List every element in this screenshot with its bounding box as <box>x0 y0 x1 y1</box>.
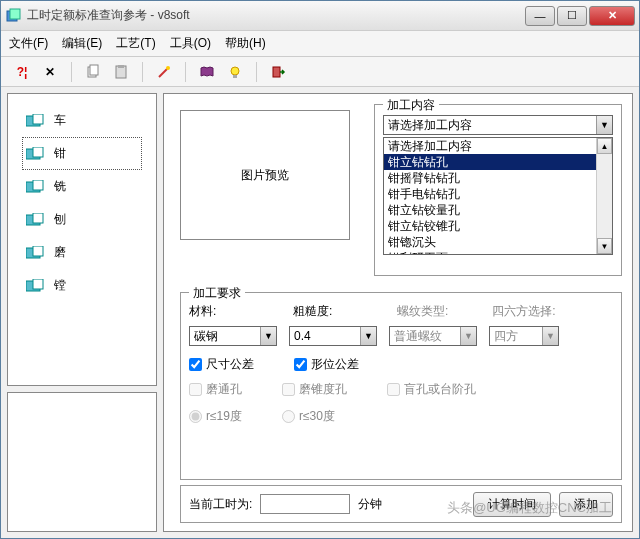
material-select[interactable]: 碳钢▼ <box>189 326 277 346</box>
menu-edit[interactable]: 编辑(E) <box>62 35 102 52</box>
process-content-select[interactable]: 请选择加工内容 ▼ <box>383 115 613 135</box>
svg-rect-14 <box>33 147 43 157</box>
scroll-down-icon[interactable]: ▼ <box>597 238 612 254</box>
unit-label: 分钟 <box>358 496 382 513</box>
svg-rect-12 <box>33 114 43 124</box>
svg-rect-22 <box>33 279 43 289</box>
menu-help[interactable]: 帮助(H) <box>225 35 266 52</box>
nav-pane: 车 钳 铣 刨 磨 镗 <box>7 93 157 386</box>
list-item[interactable]: 钳手电钻钻孔 <box>384 186 596 202</box>
svg-rect-5 <box>118 65 124 68</box>
group-process-content: 加工内容 请选择加工内容 ▼ 请选择加工内容 钳立钻钻孔 钳摇臂钻钻孔 钳手电钻… <box>374 104 622 276</box>
square-select: 四方▼ <box>489 326 559 346</box>
current-time-label: 当前工时为: <box>189 496 252 513</box>
r30-radio: r≤30度 <box>282 408 335 425</box>
menu-craft[interactable]: 工艺(T) <box>116 35 155 52</box>
group-process-req: 加工要求 材料: 粗糙度: 螺纹类型: 四六方选择: 碳钢▼ 0.4▼ 普通螺纹… <box>180 292 622 480</box>
shape-tolerance-checkbox[interactable]: 形位公差 <box>294 356 359 373</box>
paste-icon[interactable] <box>110 61 132 83</box>
svg-rect-3 <box>90 65 98 75</box>
nav-item-plane[interactable]: 刨 <box>8 203 156 236</box>
svg-rect-20 <box>33 246 43 256</box>
grind-through-checkbox: 磨通孔 <box>189 381 242 398</box>
list-item[interactable]: 钳立钻铰量孔 <box>384 202 596 218</box>
scrollbar[interactable]: ▲ ▼ <box>596 138 612 254</box>
window-title: 工时定额标准查询参考 - v8soft <box>27 7 525 24</box>
main-pane: 图片预览 加工内容 请选择加工内容 ▼ 请选择加工内容 钳立钻钻孔 钳摇臂钻钻孔… <box>163 93 633 532</box>
thread-select: 普通螺纹▼ <box>389 326 477 346</box>
nav-item-mill[interactable]: 铣 <box>8 170 156 203</box>
delete-icon[interactable]: ✕ <box>39 61 61 83</box>
bulb-icon[interactable] <box>224 61 246 83</box>
exit-icon[interactable] <box>267 61 289 83</box>
svg-line-6 <box>159 69 167 77</box>
copy-icon[interactable] <box>82 61 104 83</box>
svg-rect-18 <box>33 213 43 223</box>
list-item[interactable]: 钳刮研平面 <box>384 250 596 254</box>
list-item[interactable]: 钳摇臂钻钻孔 <box>384 170 596 186</box>
menubar: 文件(F) 编辑(E) 工艺(T) 工具(O) 帮助(H) <box>1 31 639 57</box>
material-label: 材料: <box>189 303 229 320</box>
app-icon <box>5 8 21 24</box>
rough-select[interactable]: 0.4▼ <box>289 326 377 346</box>
svg-point-7 <box>166 66 170 70</box>
blind-hole-checkbox: 盲孔或台阶孔 <box>387 381 476 398</box>
book-icon[interactable] <box>196 61 218 83</box>
menu-tools[interactable]: 工具(O) <box>170 35 211 52</box>
nav-item-grind[interactable]: 磨 <box>8 236 156 269</box>
list-item[interactable]: 请选择加工内容 <box>384 138 596 154</box>
toolbar: ?¦ ✕ <box>1 57 639 87</box>
current-time-input[interactable] <box>260 494 350 514</box>
process-content-list[interactable]: 请选择加工内容 钳立钻钻孔 钳摇臂钻钻孔 钳手电钻钻孔 钳立钻铰量孔 钳立钻铰锥… <box>383 137 613 255</box>
close-button[interactable]: ✕ <box>589 6 635 26</box>
grind-cone-checkbox: 磨锥度孔 <box>282 381 347 398</box>
nav-item-bench[interactable]: 钳 <box>22 137 142 170</box>
scroll-up-icon[interactable]: ▲ <box>597 138 612 154</box>
calc-button[interactable]: 计算时间 <box>473 492 551 517</box>
svg-point-8 <box>231 67 239 75</box>
chevron-down-icon[interactable]: ▼ <box>596 116 612 134</box>
nav-item-bore[interactable]: 镗 <box>8 269 156 302</box>
minimize-button[interactable]: — <box>525 6 555 26</box>
menu-file[interactable]: 文件(F) <box>9 35 48 52</box>
nav-item-lathe[interactable]: 车 <box>8 104 156 137</box>
svg-rect-1 <box>10 9 20 19</box>
thread-label: 螺纹类型: <box>397 303 448 320</box>
square-label: 四六方选择: <box>492 303 555 320</box>
maximize-button[interactable]: ☐ <box>557 6 587 26</box>
image-preview: 图片预览 <box>180 110 350 240</box>
detail-pane <box>7 392 157 532</box>
list-item[interactable]: 钳锪沉头 <box>384 234 596 250</box>
wand-icon[interactable] <box>153 61 175 83</box>
svg-rect-10 <box>273 67 280 77</box>
svg-rect-9 <box>233 75 237 78</box>
r19-radio: r≤19度 <box>189 408 242 425</box>
add-button[interactable]: 添加 <box>559 492 613 517</box>
footer-bar: 当前工时为: 分钟 计算时间 添加 <box>180 485 622 523</box>
size-tolerance-checkbox[interactable]: 尺寸公差 <box>189 356 254 373</box>
list-item[interactable]: 钳立钻铰锥孔 <box>384 218 596 234</box>
list-item[interactable]: 钳立钻钻孔 <box>384 154 596 170</box>
help-icon[interactable]: ?¦ <box>11 61 33 83</box>
rough-label: 粗糙度: <box>293 303 333 320</box>
svg-rect-16 <box>33 180 43 190</box>
